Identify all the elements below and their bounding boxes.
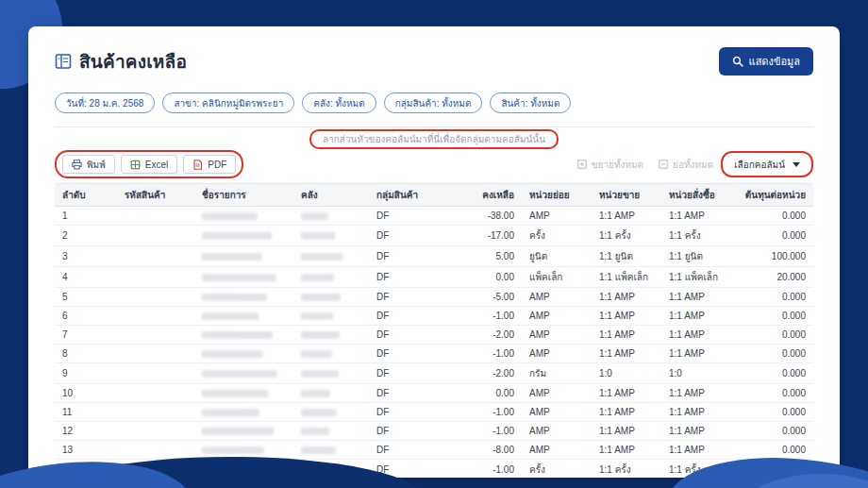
table-cell: -1.00 [442,345,522,363]
table-cell: DF [369,403,442,422]
table-cell [117,441,194,460]
table-cell: 6 [55,307,117,326]
table-cell [194,307,293,326]
redacted-text [301,212,328,220]
table-header-row: ลำดับรหัสสินค้าชื่อรายการคลังกลุ่มสินค้า… [55,184,813,207]
filter-chip[interactable]: สาขา: คลินิกหมู่มิตรพระยา [162,93,294,113]
redacted-text [301,253,342,261]
show-data-button[interactable]: แสดงข้อมูล [719,47,813,76]
filter-chip[interactable]: สินค้า: ทั้งหมด [490,93,571,113]
expand-all-icon [577,160,587,169]
table-cell: 2 [55,226,117,246]
column-header[interactable]: คลัง [293,184,369,207]
table-row[interactable]: 2DF-17.00ครั้ง1:1 ครั้ง1:1 ครั้ง0.000 [55,226,813,246]
column-header[interactable]: หน่วยสั่งซื้อ [661,184,733,207]
table-cell: 1:1 AMP [592,422,661,441]
pdf-label: PDF [208,160,226,170]
redacted-text [301,312,333,320]
column-header[interactable]: หน่วยขาย [592,184,661,207]
table-row[interactable]: 9DF-2.00กรัม1:01:00.000 [55,363,813,384]
filter-chip[interactable]: กลุ่มสินค้า: ทั้งหมด [384,93,483,113]
group-panel[interactable]: ลากส่วนหัวของคอลัมน์มาที่นี่เพื่อจัดกลุ่… [55,126,813,150]
table-cell: ยูนิต [522,246,592,267]
table-cell: 0.000 [733,363,813,384]
table-cell: AMP [522,441,592,460]
choose-columns-button[interactable]: เลือกคอลัมน์ [726,155,808,174]
table-cell [117,326,194,345]
table-cell: 1:1 ครั้ง [592,460,661,479]
table-cell [194,226,293,246]
table-cell: -2.00 [442,363,522,384]
table-row[interactable]: 1DF-38.00AMP1:1 AMP1:1 AMP0.000 [55,207,813,226]
column-header[interactable]: กลุ่มสินค้า [369,184,442,207]
table-row[interactable]: 8DF-1.00AMP1:1 AMP1:1 AMP0.000 [55,345,813,363]
table-cell: DF [369,226,442,246]
table-cell: -1.00 [442,403,522,422]
table-row[interactable]: 5DF-5.00AMP1:1 AMP1:1 AMP0.000 [55,288,813,307]
table-cell: DF [369,422,442,441]
redacted-text [202,253,262,261]
column-header[interactable]: ลำดับ [55,184,117,207]
table-cell [293,422,369,441]
table-cell: 0.000 [733,345,813,363]
inventory-table: ลำดับรหัสสินค้าชื่อรายการคลังกลุ่มสินค้า… [55,183,813,478]
table-cell: AMP [522,345,592,363]
table-row[interactable]: 12DF-1.00AMP1:1 AMP1:1 AMP0.000 [55,422,813,441]
table-cell: AMP [522,422,592,441]
column-header[interactable]: คงเหลือ [442,184,522,207]
table-cell: DF [369,441,442,460]
table-cell: 9 [55,363,117,384]
report-icon [55,53,72,70]
table-cell [194,422,293,441]
filter-chip[interactable]: คลัง: ทั้งหมด [302,93,376,113]
collapse-all-button[interactable]: ย่อทั้งหมด [651,155,721,174]
table-cell [293,384,369,403]
table-cell: 1:1 AMP [592,384,661,403]
excel-export-button[interactable]: Excel [121,155,177,174]
filter-chip[interactable]: วันที่: 28 ม.ค. 2568 [55,93,155,113]
table-row[interactable]: 7DF-2.00AMP1:1 AMP1:1 AMP0.000 [55,326,813,345]
pdf-export-button[interactable]: PDF [183,155,236,174]
column-header[interactable]: รหัสสินค้า [117,184,194,207]
table-cell: 1 [55,207,117,226]
redacted-text [202,312,259,320]
redacted-text [202,274,276,281]
table-cell [293,441,369,460]
table-cell [117,363,194,384]
table-cell: AMP [522,403,592,422]
column-header[interactable]: หน่วยย่อย [522,184,592,207]
table-cell [293,226,369,246]
table-row[interactable]: 13DF-8.00AMP1:1 AMP1:1 AMP0.000 [55,441,813,460]
table-cell: 13 [55,441,117,460]
redacted-text [301,409,337,416]
desktop-background: { "colors":{"primary":"#17418f","annotat… [0,0,868,488]
table-row[interactable]: 4DF0.00แพ็คเล็ก1:1 แพ็คเล็ก1:1 แพ็คเล็ก2… [55,267,813,288]
table-cell [194,345,293,363]
table-cell: 0.000 [733,384,813,403]
table-cell: 1:1 AMP [661,441,733,460]
table-cell: 1:1 แพ็คเล็ก [592,267,661,288]
table-cell: 100.000 [733,246,813,267]
redacted-text [202,446,264,454]
expand-all-button[interactable]: ขยายทั้งหมด [570,155,651,174]
table-cell: -38.00 [442,207,522,226]
table-cell [117,226,194,246]
table-cell: 0.000 [733,422,813,441]
redacted-text [301,274,334,281]
table-row[interactable]: 10DF0.00AMP1:1 AMP1:1 AMP0.000 [55,384,813,403]
pdf-file-icon [192,160,203,170]
table-cell: 0.000 [733,207,813,226]
print-label: พิมพ์ [87,158,106,172]
table-row[interactable]: 11DF-1.00AMP1:1 AMP1:1 AMP0.000 [55,403,813,422]
app-window: สินค้าคงเหลือ แสดงข้อมูล วันที่: 28 ม.ค.… [28,26,840,478]
table-row[interactable]: 3DF5.00ยูนิต1:1 ยูนิต1:1 ยูนิต100.000 [55,246,813,267]
table-cell: -5.00 [442,288,522,307]
excel-file-icon [130,160,141,170]
table-cell: AMP [522,384,592,403]
column-header[interactable]: ต้นทุนต่อหน่วย [733,184,813,207]
table-row[interactable]: 6DF-1.00AMP1:1 AMP1:1 AMP0.000 [55,307,813,326]
print-button[interactable]: พิมพ์ [62,155,115,174]
table-cell: DF [369,326,442,345]
column-header[interactable]: ชื่อรายการ [194,184,293,207]
table-cell [293,288,369,307]
